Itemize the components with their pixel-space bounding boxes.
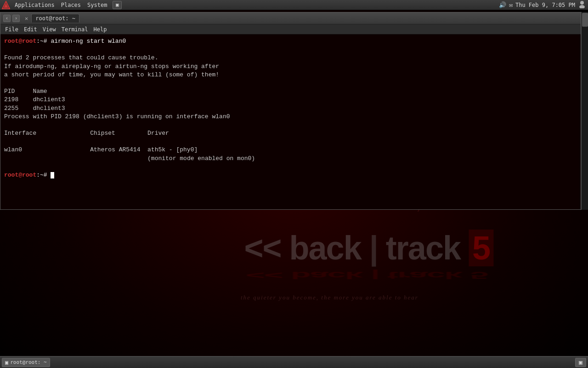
terminal-output: root@root:~# airmon-ng start wlan0 Found…	[4, 37, 577, 179]
menu-places[interactable]: Places	[58, 1, 84, 9]
backtrack-logo-text: << back | track 5	[244, 229, 493, 267]
terminal-launcher[interactable]: ▣	[113, 1, 122, 9]
user-icon[interactable]	[578, 0, 586, 10]
term-menu-edit[interactable]: Edit	[21, 25, 40, 34]
menu-system[interactable]: System	[85, 1, 110, 9]
kali-logo	[2, 1, 10, 9]
taskbar-terminal-label: root@root: ~	[10, 359, 46, 365]
taskbar-terminal-launcher[interactable]: ▣	[575, 358, 586, 367]
terminal-window: ‹ › ✕ root@root: ~ File Edit View Termin…	[0, 12, 581, 210]
datetime-display: Thu Feb 9, 7:05 PM	[515, 2, 575, 8]
svg-point-3	[580, 1, 584, 5]
terminal-tab[interactable]: root@root: ~	[31, 14, 79, 23]
taskbar: ▣ root@root: ~ ▣	[0, 356, 588, 368]
term-menu-file[interactable]: File	[2, 25, 21, 34]
taskbar-terminal-icon: ▣	[5, 359, 8, 366]
nav-prev-button[interactable]: ‹	[3, 15, 11, 22]
top-menubar: Applications Places System ▣ 🔊 ✉ Thu Feb…	[0, 0, 588, 10]
scrollbar-thumb[interactable]	[582, 13, 588, 27]
taskbar-terminal-btn[interactable]: ▣ root@root: ~	[2, 358, 50, 367]
mail-icon[interactable]: ✉	[509, 1, 513, 8]
volume-icon[interactable]: 🔊	[499, 1, 506, 8]
tagline-text: the quieter you become, the more you are…	[241, 294, 418, 301]
menu-applications[interactable]: Applications	[12, 1, 57, 9]
term-menu-terminal[interactable]: Terminal	[59, 25, 91, 34]
terminal-cursor	[51, 172, 54, 178]
terminal-menubar: File Edit View Terminal Help	[0, 24, 581, 34]
terminal-titlebar: ‹ › ✕ root@root: ~	[0, 12, 581, 24]
svg-point-4	[579, 5, 585, 8]
term-menu-help[interactable]: Help	[91, 25, 110, 34]
terminal-content[interactable]: root@root:~# airmon-ng start wlan0 Found…	[0, 34, 581, 209]
backtrack-logo-reflection: << back | track 5	[246, 270, 488, 282]
terminal-scrollbar[interactable]	[581, 12, 588, 210]
term-menu-view[interactable]: View	[40, 25, 59, 34]
tab-close-icon[interactable]: ✕	[23, 15, 29, 22]
nav-next-button[interactable]: ›	[12, 15, 20, 22]
